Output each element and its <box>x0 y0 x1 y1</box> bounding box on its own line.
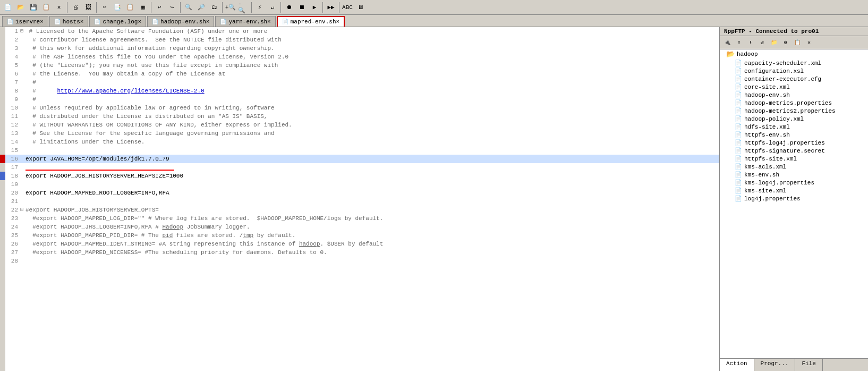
file-core-site[interactable]: 📄 core-site.xml <box>720 83 868 91</box>
file-icon-hadoop-metrics2: 📄 <box>735 107 742 114</box>
sync-btn[interactable]: ⚡ <box>254 2 266 13</box>
code-line-23: #export HADOOP_MAPRED_LOG_DIR="" # Where… <box>25 214 383 223</box>
line-num-14: 14 <box>5 138 18 146</box>
tab-action[interactable]: Action <box>720 359 754 371</box>
tab-1servre[interactable]: 📄 1servre× <box>2 16 48 27</box>
open-btn[interactable]: 📂 <box>15 2 27 13</box>
file-hadoop-metrics2[interactable]: 📄 hadoop-metrics2.properties <box>720 107 868 115</box>
line-num-23: 23 <box>5 214 18 223</box>
file-kms-env[interactable]: 📄 kms-env.sh <box>720 171 868 179</box>
ftp-abort-btn[interactable]: ✕ <box>804 37 814 48</box>
find-replace-btn[interactable]: 🔎 <box>195 2 207 13</box>
file-container-executor[interactable]: 📄 container-executor.cfg <box>720 75 868 83</box>
file-label-kms-acls: kms-acls.xml <box>744 164 786 170</box>
ftp-connect-btn[interactable]: 🔌 <box>722 37 733 48</box>
undo-btn[interactable]: ↩ <box>154 2 165 13</box>
tabs-bar: 📄 1servre× 📄 hosts× 📄 change.log× 📄 hado… <box>0 15 868 27</box>
file-httpfs-log4j[interactable]: 📄 httpfs-log4j.properties <box>720 139 868 147</box>
bottom-tabs: Action Progr... File <box>720 358 868 371</box>
code-line-13: # See the License for the specific langu… <box>25 129 275 138</box>
tab-hosts[interactable]: 📄 hosts× <box>49 16 89 27</box>
line-num-11: 11 <box>5 112 18 121</box>
file-kms-log4j[interactable]: 📄 kms-log4j.properties <box>720 179 868 187</box>
line-num-22: 22 <box>5 206 18 214</box>
folder-hadoop[interactable]: 📂 hadoop <box>720 49 868 59</box>
file-hadoop-metrics[interactable]: 📄 hadoop-metrics.properties <box>720 99 868 107</box>
file-label-hadoop-env: hadoop-env.sh <box>744 92 790 98</box>
file-label-kms-env: kms-env.sh <box>744 172 779 178</box>
file-label-httpfs-site: httpfs-site.xml <box>744 156 797 162</box>
file-icon-hdfs-site: 📄 <box>735 123 742 130</box>
close-btn[interactable]: ✕ <box>53 2 65 13</box>
code-line-5: # (the "License"); you may not use this … <box>25 61 278 70</box>
file-httpfs-signature[interactable]: 📄 httpfs-signature.secret <box>720 147 868 155</box>
redo-btn[interactable]: ↪ <box>166 2 178 13</box>
find-in-files-btn[interactable]: 🗂 <box>208 2 220 13</box>
collapse-22[interactable]: ⊟ <box>20 206 25 214</box>
save-btn[interactable]: 💾 <box>28 2 39 13</box>
tab-hadoop-env[interactable]: 📄 hadoop-env.sh× <box>147 16 214 27</box>
line-num-6: 6 <box>5 70 18 78</box>
code-line-16: export JAVA_HOME=/opt/modules/jdk1.7.0_7… <box>25 155 169 163</box>
macro-stop-btn[interactable]: ⏹ <box>296 2 308 13</box>
file-configuration[interactable]: 📄 configuration.xsl <box>720 67 868 75</box>
new-file-btn[interactable]: 📄 <box>2 2 14 13</box>
file-icon-httpfs-env: 📄 <box>735 131 742 138</box>
file-icon-httpfs-log4j: 📄 <box>735 139 742 146</box>
tab-mapred-env[interactable]: 📄 mapred-env.sh× <box>277 16 345 27</box>
print-preview-btn[interactable]: 🖼 <box>82 2 94 13</box>
ftp-settings-btn[interactable]: ⚙ <box>780 37 791 48</box>
save-all-btn[interactable]: 📋 <box>40 2 52 13</box>
tab-changelog[interactable]: 📄 change.log× <box>89 16 146 27</box>
file-kms-site[interactable]: 📄 kms-site.xml <box>720 187 868 195</box>
line-num-5: 5 <box>5 61 18 70</box>
file-hdfs-site[interactable]: 📄 hdfs-site.xml <box>720 123 868 131</box>
sep7 <box>280 2 281 13</box>
zoom-in-btn[interactable]: +🔍 <box>225 2 236 13</box>
file-icon-hadoop-policy: 📄 <box>735 115 742 122</box>
file-log4j[interactable]: 📄 log4j.properties <box>720 195 868 203</box>
collapse-1[interactable]: ⊟ <box>20 27 25 36</box>
file-httpfs-env[interactable]: 📄 httpfs-env.sh <box>720 131 868 139</box>
sep2 <box>96 2 97 13</box>
code-line-6: # the License. You may obtain a copy of … <box>25 70 225 78</box>
ftp-download-btn[interactable]: ⬇ <box>745 37 756 48</box>
sep4 <box>180 2 181 13</box>
tab-progress[interactable]: Progr... <box>754 359 796 371</box>
spellcheck-btn[interactable]: ABC <box>342 2 353 13</box>
copy-btn[interactable]: 📑 <box>112 2 123 13</box>
editor-content[interactable]: 1 ⊟ # Licensed to the Apache Software Fo… <box>5 27 719 371</box>
file-kms-acls[interactable]: 📄 kms-acls.xml <box>720 163 868 171</box>
find-btn[interactable]: 🔍 <box>183 2 194 13</box>
editor-area[interactable]: 1 ⊟ # Licensed to the Apache Software Fo… <box>5 27 719 371</box>
wrap-btn[interactable]: ↵ <box>267 2 278 13</box>
file-icon-container-executor: 📄 <box>735 75 742 82</box>
ftp-log-btn[interactable]: 📋 <box>792 37 803 48</box>
file-hadoop-env[interactable]: 📄 hadoop-env.sh <box>720 91 868 99</box>
line-num-1: 1 <box>5 27 18 36</box>
file-icon-capacity-scheduler: 📄 <box>735 60 742 66</box>
print-btn[interactable]: 🖨 <box>70 2 81 13</box>
zoom-out-btn[interactable]: -🔍 <box>237 2 249 13</box>
run-btn[interactable]: ▶▶ <box>325 2 337 13</box>
file-capacity-scheduler[interactable]: 📄 capacity-scheduler.xml <box>720 59 868 67</box>
file-icon-core-site: 📄 <box>735 83 742 90</box>
ftp-mkdir-btn[interactable]: 📁 <box>769 37 779 48</box>
macro-rec-btn[interactable]: ⏺ <box>283 2 295 13</box>
cut-btn[interactable]: ✂ <box>99 2 110 13</box>
ftp-upload-btn[interactable]: ⬆ <box>734 37 744 48</box>
file-httpfs-site[interactable]: 📄 httpfs-site.xml <box>720 155 868 163</box>
tab-yarn-env[interactable]: 📄 yarn-env.sh× <box>215 16 275 27</box>
ftp-refresh-btn[interactable]: ↺ <box>757 37 768 48</box>
line-num-2: 2 <box>5 36 18 44</box>
code-line-4: # The ASF licenses this file to You unde… <box>25 53 288 61</box>
right-panel: NppFTP - Connected to pro01 🔌 ⬆ ⬇ ↺ 📁 ⚙ … <box>719 27 868 371</box>
paste-btn[interactable]: 📋 <box>124 2 136 13</box>
line-num-16: 16 <box>5 155 18 163</box>
macro-play-btn[interactable]: ▶ <box>309 2 320 13</box>
monitor-btn[interactable]: 🖥 <box>354 2 366 13</box>
code-line-17 <box>25 163 174 171</box>
file-hadoop-policy[interactable]: 📄 hadoop-policy.xml <box>720 115 868 123</box>
tab-file[interactable]: File <box>795 359 822 371</box>
select-all-btn[interactable]: ▦ <box>137 2 149 13</box>
